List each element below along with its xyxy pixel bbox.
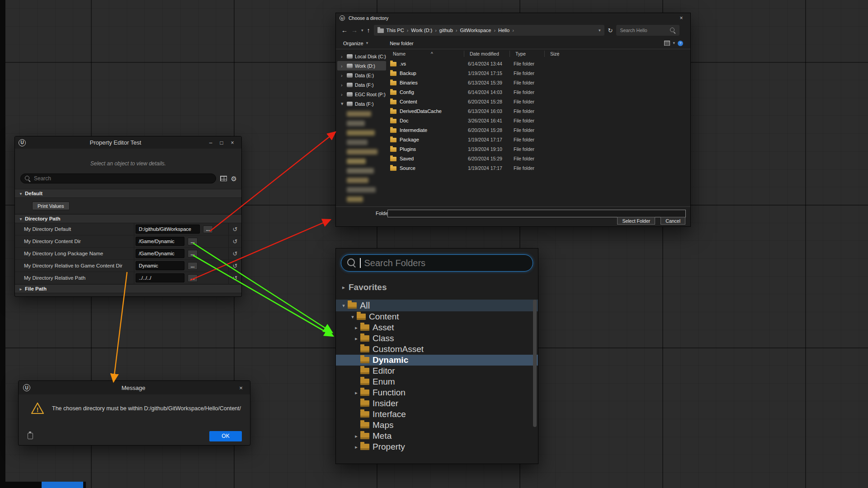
column-date-modified[interactable]: Date modified <box>464 51 510 57</box>
sidebar-drive-egc-root-p[interactable]: › EGC Root (P:) <box>337 89 386 99</box>
organize-button[interactable]: Organize <box>343 41 363 46</box>
sidebar-drive-local-disk-c[interactable]: › Local Disk (C:) <box>337 52 386 61</box>
column-name[interactable]: Name ^ <box>387 51 464 57</box>
expand-arrow-icon[interactable]: ▸ <box>352 325 360 331</box>
column-type[interactable]: Type <box>510 51 545 57</box>
minimize-button[interactable]: – <box>205 140 216 146</box>
directory-value-field[interactable]: ../../../ <box>136 273 184 282</box>
tree-item-enum[interactable]: Enum <box>336 376 538 387</box>
search-input[interactable] <box>34 175 212 182</box>
tree-item-insider[interactable]: Insider <box>336 398 538 409</box>
file-search-box[interactable] <box>616 25 679 36</box>
expand-chevron-icon[interactable]: › <box>341 54 344 59</box>
sidebar-drive-data-e[interactable]: › Data (E:) <box>337 70 386 80</box>
column-view-icon[interactable] <box>220 176 227 181</box>
tree-item-class[interactable]: ▸ Class <box>336 333 538 344</box>
folder-search-box[interactable] <box>341 254 533 272</box>
file-row[interactable]: DerivedDataCache 6/13/2024 16:03 File fo… <box>387 106 690 116</box>
scrollbar[interactable] <box>533 300 537 452</box>
section-header-default[interactable]: ▾ Default <box>15 189 241 198</box>
expand-chevron-icon[interactable]: › <box>341 63 344 69</box>
tree-item-customasset[interactable]: CustomAsset <box>336 344 538 355</box>
tree-item-dynamic[interactable]: Dynamic <box>336 355 538 366</box>
browse-directory-button[interactable]: ... <box>188 238 198 245</box>
cancel-button[interactable]: Cancel <box>660 217 685 225</box>
column-size[interactable]: Size <box>545 51 558 57</box>
breadcrumb-hello[interactable]: Hello <box>498 28 509 33</box>
ok-button[interactable]: OK <box>209 431 242 441</box>
refresh-button[interactable]: ↻ <box>608 27 613 34</box>
browse-directory-button[interactable]: ... <box>188 274 198 282</box>
file-search-input[interactable] <box>620 28 667 33</box>
file-row[interactable]: Binaries 6/13/2024 15:39 File folder <box>387 78 690 87</box>
directory-value-field[interactable]: /Game/Dynamic <box>136 237 184 246</box>
forward-button[interactable]: → <box>351 27 358 33</box>
reset-to-default-button[interactable]: ↺ <box>228 260 241 272</box>
file-row[interactable]: Saved 6/20/2024 15:29 File folder <box>387 154 690 163</box>
file-row[interactable]: Plugins 1/19/2024 19:10 File folder <box>387 144 690 154</box>
help-icon[interactable]: ? <box>678 41 683 46</box>
file-row[interactable]: .vs 6/14/2024 13:44 File folder <box>387 59 690 68</box>
reset-to-default-button[interactable]: ↺ <box>228 235 241 247</box>
breadcrumb-this-pc[interactable]: This PC <box>387 28 404 33</box>
breadcrumb-work-d[interactable]: Work (D:) <box>411 28 432 33</box>
expand-arrow-icon[interactable]: ▸ <box>352 336 360 342</box>
browse-directory-button[interactable]: ... <box>188 262 198 270</box>
folder-search-input[interactable] <box>364 258 527 268</box>
file-row[interactable]: Config 6/14/2024 14:03 File folder <box>387 87 690 97</box>
tree-item-content[interactable]: ▾ Content <box>336 311 538 322</box>
up-button[interactable]: ↑ <box>367 27 370 33</box>
directory-value-field[interactable]: D:/github/GitWorkspace <box>136 225 200 234</box>
file-row[interactable]: Backup 1/19/2024 17:15 File folder <box>387 68 690 78</box>
tree-item-function[interactable]: ▸ Function <box>336 387 538 398</box>
address-dropdown-icon[interactable]: ▾ <box>599 28 601 33</box>
breadcrumb-github[interactable]: github <box>439 28 453 33</box>
collapse-arrow-icon[interactable]: ▾ <box>340 303 348 309</box>
breadcrumb-gitworkspace[interactable]: GitWorkspace <box>460 28 491 33</box>
directory-value-field[interactable]: /Game/Dynamic <box>136 249 184 258</box>
directory-value-field[interactable]: Dynamic <box>136 261 184 270</box>
tree-item-editor[interactable]: Editor <box>336 366 538 376</box>
tree-item-interface[interactable]: Interface <box>336 409 538 420</box>
maximize-button[interactable]: □ <box>216 140 227 146</box>
reset-to-default-button[interactable]: ↺ <box>228 272 241 284</box>
collapse-chevron-icon[interactable]: ▾ <box>341 101 344 107</box>
sidebar-drive-work-d[interactable]: › Work (D:) <box>337 61 386 70</box>
file-row[interactable]: Content 6/20/2024 15:28 File folder <box>387 97 690 106</box>
browse-directory-button[interactable]: ... <box>188 250 198 258</box>
favorites-section-header[interactable]: ▸ Favorites <box>336 282 538 293</box>
sidebar-drive-data-f[interactable]: › Data (F:) <box>337 80 386 89</box>
close-button[interactable]: × <box>227 140 238 146</box>
section-header-directory-path[interactable]: ▾ Directory Path <box>15 214 241 223</box>
section-header-file-path[interactable]: ▸ File Path <box>15 284 241 293</box>
new-folder-button[interactable]: New folder <box>390 41 414 46</box>
tree-item-meta[interactable]: ▸ Meta <box>336 431 538 441</box>
browse-directory-button[interactable]: ... <box>203 225 213 233</box>
collapse-arrow-icon[interactable]: ▾ <box>349 314 357 320</box>
property-editor-titlebar[interactable]: U Property Editor Test – □ × <box>15 136 241 149</box>
reset-to-default-button[interactable]: ↺ <box>228 223 241 235</box>
message-dialog-titlebar[interactable]: U Message × <box>19 381 250 394</box>
file-row[interactable]: Intermediate 6/20/2024 15:28 File folder <box>387 125 690 135</box>
select-folder-button[interactable]: Select Folder <box>617 217 655 225</box>
file-row[interactable]: Source 1/19/2024 17:17 File folder <box>387 163 690 173</box>
expand-chevron-icon[interactable]: › <box>341 92 344 97</box>
view-dropdown-icon[interactable]: ▾ <box>673 41 675 45</box>
tree-item-maps[interactable]: Maps <box>336 420 538 431</box>
history-dropdown-icon[interactable]: ▾ <box>361 28 363 33</box>
close-button[interactable]: × <box>236 385 245 391</box>
expand-arrow-icon[interactable]: ▸ <box>352 444 360 450</box>
organize-dropdown-icon[interactable]: ▾ <box>366 41 368 45</box>
expand-chevron-icon[interactable]: › <box>341 73 344 78</box>
settings-gear-icon[interactable]: ⚙ <box>231 175 237 182</box>
expand-arrow-icon[interactable]: ▸ <box>352 433 360 439</box>
sidebar-drive-data-f-expanded[interactable]: ▾ Data (F:) <box>337 99 386 108</box>
copy-icon[interactable] <box>28 433 33 439</box>
file-dialog-titlebar[interactable]: U Choose a directory × <box>336 13 690 23</box>
breadcrumb-bar[interactable]: This PC › Work (D:) › github › GitWorksp… <box>374 25 604 36</box>
back-button[interactable]: ← <box>341 27 348 33</box>
tree-item-all[interactable]: ▾ All <box>336 300 538 311</box>
file-row[interactable]: Doc 3/26/2024 16:41 File folder <box>387 116 690 125</box>
tree-item-asset[interactable]: ▸ Asset <box>336 322 538 333</box>
reset-to-default-button[interactable]: ↺ <box>228 248 241 259</box>
